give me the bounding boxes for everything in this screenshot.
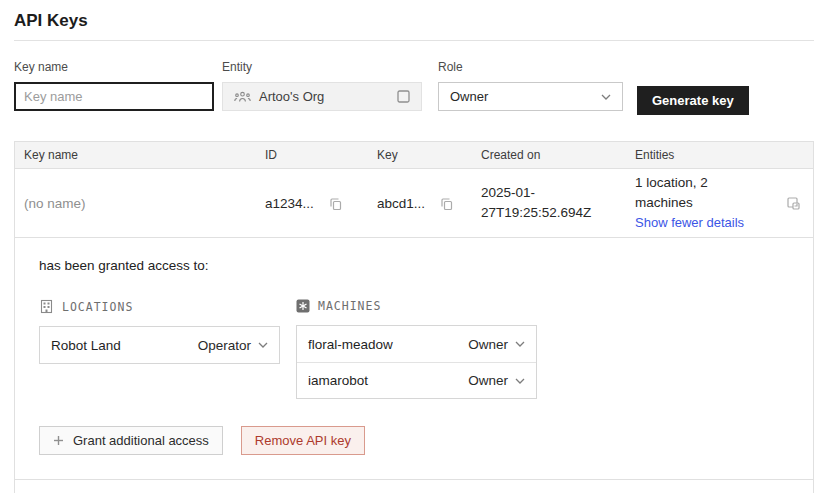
entity-label: Entity — [222, 60, 422, 74]
copy-icon — [328, 196, 343, 211]
grant-additional-access-button[interactable]: Grant additional access — [39, 426, 223, 455]
row-entities-cell: 1 location, 2 machines Show fewer detail… — [626, 173, 774, 233]
chevron-down-icon — [258, 342, 268, 348]
table-header-row: Key name ID Key Created on Entities — [15, 142, 813, 169]
row-key-cell: abcd1... — [368, 196, 472, 211]
machine-access-row: iamarobot Owner — [297, 362, 536, 398]
location-name: Robot Land — [51, 338, 121, 353]
grant-additional-access-label: Grant additional access — [73, 433, 209, 448]
copy-icon — [439, 196, 454, 211]
generate-key-button[interactable]: Generate key — [637, 86, 749, 115]
key-name-input[interactable] — [14, 82, 214, 111]
chevron-down-icon — [601, 94, 611, 100]
machine-access-row: floral-meadow Owner — [297, 326, 536, 362]
machine-name: floral-meadow — [308, 337, 393, 352]
granted-access-text: has been granted access to: — [39, 258, 789, 273]
machine-role-value: Owner — [468, 373, 508, 388]
key-name-field-group: Key name — [14, 60, 214, 111]
machine-icon — [296, 299, 310, 313]
remove-api-key-button[interactable]: Remove API key — [241, 426, 365, 455]
role-field-group: Role Owner — [438, 60, 623, 111]
role-select[interactable]: Owner — [438, 82, 623, 111]
copy-id-button[interactable] — [328, 196, 343, 211]
create-key-form: Key name Entity Artoo's Org — [0, 38, 828, 141]
location-role-value: Operator — [198, 338, 251, 353]
header-key-name: Key name — [15, 148, 256, 162]
key-details-panel: has been granted access to: — [15, 238, 813, 480]
row-id-value: a1234... — [265, 196, 314, 211]
row-key-name: (no name) — [15, 196, 256, 211]
entities-summary: 1 location, 2 machines — [635, 173, 764, 213]
duplicate-icon — [785, 195, 802, 212]
row-created-on: 2025-01-27T19:25:52.694Z — [472, 183, 626, 223]
header-entities: Entities — [626, 148, 774, 162]
table-row: (no name) a1234... abcd1... — [15, 169, 813, 238]
api-keys-table: Key name ID Key Created on Entities (no … — [14, 141, 814, 493]
square-outline-icon — [397, 90, 410, 103]
page-title: API Keys — [0, 0, 828, 40]
location-role-select[interactable]: Operator — [198, 338, 268, 353]
organization-icon — [234, 91, 251, 103]
chevron-down-icon — [515, 341, 525, 347]
machine-name: iamarobot — [308, 373, 368, 388]
header-key: Key — [368, 148, 472, 162]
header-id: ID — [256, 148, 368, 162]
entity-field-group: Entity Artoo's Org — [222, 60, 422, 111]
building-icon — [39, 299, 54, 314]
duplicate-key-button[interactable] — [785, 195, 802, 212]
key-name-label: Key name — [14, 60, 214, 74]
machine-role-value: Owner — [468, 337, 508, 352]
machines-access-box: floral-meadow Owner i — [296, 325, 537, 399]
row-id-cell: a1234... — [256, 196, 368, 211]
entity-value: Artoo's Org — [259, 89, 324, 104]
locations-section-label: LOCATIONS — [62, 300, 133, 314]
locations-access-box: Robot Land Operator — [39, 326, 280, 364]
locations-section: LOCATIONS Robot Land Operator — [39, 299, 280, 399]
role-value: Owner — [450, 89, 488, 104]
machines-section-label: MACHINES — [318, 299, 381, 313]
header-created-on: Created on — [472, 148, 626, 162]
chevron-down-icon — [515, 378, 525, 384]
show-fewer-details-link[interactable]: Show fewer details — [635, 213, 744, 233]
entity-field[interactable]: Artoo's Org — [222, 82, 422, 111]
api-keys-page: API Keys Key name Entity — [0, 0, 828, 493]
copy-key-button[interactable] — [439, 196, 454, 211]
location-access-row: Robot Land Operator — [40, 327, 279, 363]
machine-role-select[interactable]: Owner — [468, 337, 525, 352]
role-label: Role — [438, 60, 623, 74]
row-actions-cell — [774, 195, 813, 212]
row-key-value: abcd1... — [377, 196, 425, 211]
machine-role-select[interactable]: Owner — [468, 373, 525, 388]
plus-icon — [53, 435, 64, 446]
machines-section: MACHINES floral-meadow Owner — [296, 299, 537, 399]
